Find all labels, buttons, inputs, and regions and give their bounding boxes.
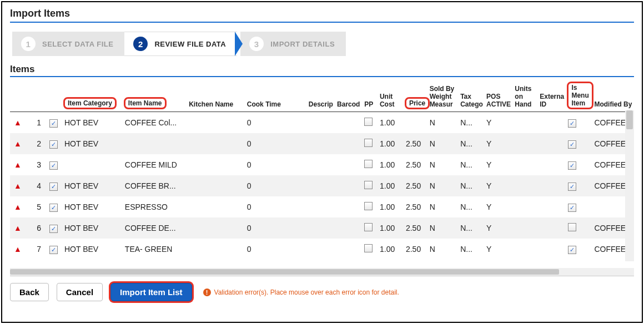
checkbox-icon[interactable]: ✓ — [49, 246, 58, 254]
cell-descrip[interactable] — [306, 175, 335, 196]
cell-item-name[interactable]: COFFEE BR... — [123, 175, 187, 196]
checkbox-icon[interactable]: ✓ — [49, 183, 58, 191]
cell-price[interactable]: 2.50 — [404, 133, 427, 154]
cell-tax-catego[interactable]: N... — [458, 196, 484, 217]
cell-sold-by-weight[interactable]: N — [427, 175, 459, 196]
checkbox-icon[interactable]: ✓ — [568, 161, 576, 170]
table-row[interactable]: ▲4✓HOT BEVCOFFEE BR...01.002.50NN...Y✓CO… — [10, 175, 634, 196]
cell-sold-by-weight[interactable]: N — [427, 133, 459, 154]
checkbox-icon[interactable] — [364, 118, 373, 126]
checkbox-icon[interactable]: ✓ — [49, 119, 58, 128]
cell-tax-catego[interactable]: N... — [458, 217, 484, 239]
cell-sold-by-weight[interactable]: N — [427, 239, 459, 260]
import-item-list-button[interactable]: Import Item List — [110, 283, 192, 301]
cell-item-name[interactable]: COFFEE Col... — [123, 112, 187, 134]
checkbox-icon[interactable] — [364, 139, 373, 147]
table-row[interactable]: ▲6✓HOT BEVCOFFEE DE...01.002.50NN...YCOF… — [10, 217, 634, 239]
col-pos-active[interactable]: POS ACTIVE — [484, 80, 512, 112]
checkbox-icon[interactable] — [364, 223, 373, 231]
checkbox-icon[interactable]: ✓ — [49, 140, 58, 149]
checkbox-icon[interactable] — [364, 244, 373, 252]
cell-units-on-hand[interactable] — [512, 239, 537, 260]
checkbox-icon[interactable]: ✓ — [49, 161, 58, 170]
cell-tax-catego[interactable]: N... — [458, 239, 484, 260]
col-descrip[interactable]: Descrip — [306, 80, 335, 112]
cell-item-name[interactable]: COFFEE DE... — [123, 217, 187, 239]
col-kitchen-name[interactable]: Kitchen Name — [187, 80, 245, 112]
cell-units-on-hand[interactable] — [512, 154, 537, 175]
cell-item-name[interactable]: TEA- GREEN — [123, 239, 187, 260]
cell-unit-cost[interactable]: 1.00 — [378, 112, 404, 134]
cell-external-id[interactable] — [537, 154, 566, 175]
col-external-id[interactable]: Externa ID — [537, 80, 566, 112]
cell-unit-cost[interactable]: 1.00 — [378, 133, 404, 154]
cell-kitchen-name[interactable] — [187, 196, 245, 217]
cell-unit-cost[interactable]: 1.00 — [378, 175, 404, 196]
cell-item-category[interactable]: HOT BEV — [62, 175, 123, 196]
cell-sold-by-weight[interactable]: N — [427, 217, 459, 239]
cell-external-id[interactable] — [537, 217, 566, 239]
cell-unit-cost[interactable]: 1.00 — [378, 239, 404, 260]
checkbox-icon[interactable]: ✓ — [568, 119, 576, 128]
warning-icon[interactable]: ▲ — [14, 245, 22, 254]
table-row[interactable]: ▲3✓COFFEE MILD01.002.50NN...Y✓COFFEE/TEA — [10, 154, 634, 175]
cell-kitchen-name[interactable] — [187, 154, 245, 175]
cell-item-name[interactable]: COFFEE MILD — [123, 154, 187, 175]
cell-price[interactable]: 2.50 — [404, 196, 427, 217]
cell-price[interactable]: 2.50 — [404, 175, 427, 196]
checkbox-icon[interactable] — [568, 223, 576, 231]
cancel-button[interactable]: Cancel — [57, 283, 103, 301]
horizontal-scrollbar[interactable] — [10, 268, 634, 276]
warning-icon[interactable]: ▲ — [14, 139, 22, 148]
cell-units-on-hand[interactable] — [512, 175, 537, 196]
table-row[interactable]: ▲1✓HOT BEVCOFFEE Col...01.00NN...Y✓COFFE… — [10, 112, 634, 134]
cell-tax-catego[interactable]: N... — [458, 175, 484, 196]
checkbox-icon[interactable] — [364, 202, 373, 210]
cell-barcod[interactable] — [335, 196, 362, 217]
table-row[interactable]: ▲2✓HOT BEV01.002.50NN...Y✓COFFEE/TEA — [10, 133, 634, 154]
cell-sold-by-weight[interactable]: N — [427, 112, 459, 134]
cell-item-category[interactable]: HOT BEV — [62, 112, 123, 134]
col-is-menu-item[interactable]: Is Menu Item — [566, 80, 592, 112]
cell-descrip[interactable] — [306, 239, 335, 260]
cell-descrip[interactable] — [306, 133, 335, 154]
warning-icon[interactable]: ▲ — [14, 202, 22, 211]
cell-cook-time[interactable]: 0 — [245, 196, 306, 217]
cell-item-name[interactable] — [123, 133, 187, 154]
cell-barcod[interactable] — [335, 239, 362, 260]
cell-external-id[interactable] — [537, 196, 566, 217]
checkbox-icon[interactable]: ✓ — [568, 140, 576, 149]
cell-external-id[interactable] — [537, 133, 566, 154]
table-row[interactable]: ▲5✓HOT BEVESPRESSO01.002.50NN...Y✓ — [10, 196, 634, 217]
cell-item-category[interactable]: HOT BEV — [62, 217, 123, 239]
cell-barcod[interactable] — [335, 217, 362, 239]
cell-pos-active[interactable]: Y — [484, 196, 512, 217]
cell-descrip[interactable] — [306, 196, 335, 217]
cell-item-name[interactable]: ESPRESSO — [123, 196, 187, 217]
warning-icon[interactable]: ▲ — [14, 160, 22, 169]
checkbox-icon[interactable]: ✓ — [568, 246, 576, 254]
cell-price[interactable]: 2.50 — [404, 239, 427, 260]
col-sold-by-weight[interactable]: Sold By Weight Measur — [427, 80, 459, 112]
cell-descrip[interactable] — [306, 154, 335, 175]
cell-item-category[interactable]: HOT BEV — [62, 196, 123, 217]
cell-cook-time[interactable]: 0 — [245, 239, 306, 260]
col-tax-catego[interactable]: Tax Catego — [458, 80, 484, 112]
checkbox-icon[interactable] — [364, 160, 373, 168]
checkbox-icon[interactable]: ✓ — [568, 183, 576, 191]
vertical-scrollbar[interactable] — [625, 110, 634, 261]
cell-tax-catego[interactable]: N... — [458, 154, 484, 175]
col-item-name[interactable]: Item Name — [123, 80, 187, 112]
cell-descrip[interactable] — [306, 112, 335, 134]
cell-price[interactable]: 2.50 — [404, 217, 427, 239]
cell-units-on-hand[interactable] — [512, 196, 537, 217]
cell-tax-catego[interactable]: N... — [458, 133, 484, 154]
cell-kitchen-name[interactable] — [187, 239, 245, 260]
wizard-step-1[interactable]: 1 SELECT DATA FILE — [12, 32, 124, 56]
cell-pos-active[interactable]: Y — [484, 112, 512, 134]
col-units-on-hand[interactable]: Units on Hand — [512, 80, 537, 112]
cell-kitchen-name[interactable] — [187, 175, 245, 196]
col-item-category[interactable]: Item Category — [62, 80, 123, 112]
checkbox-icon[interactable] — [364, 181, 373, 189]
cell-cook-time[interactable]: 0 — [245, 154, 306, 175]
